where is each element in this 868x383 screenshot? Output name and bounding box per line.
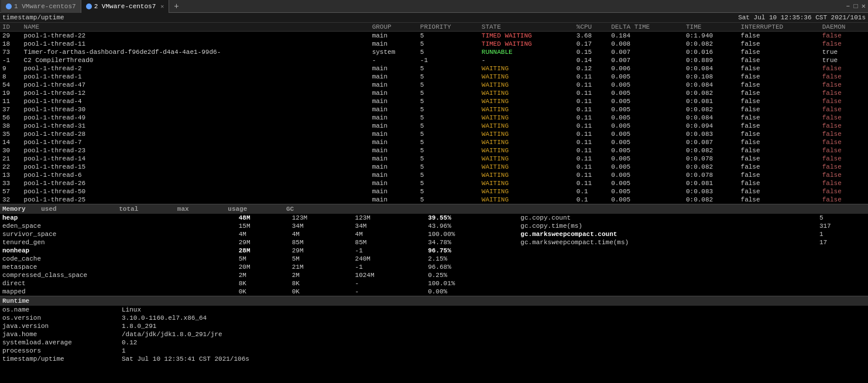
table-row: 54pool-1-thread-47main5WAITING0.110.0050… [0,81,868,89]
table-row: 32pool-1-thread-25main5WAITING0.10.0050:… [0,196,868,204]
table-row: 9pool-1-thread-2main5WAITING0.120.0060:0… [0,64,868,73]
table-row: 19pool-1-thread-12main5WAITING0.110.0050… [0,89,868,97]
runtime-table: os.name Linux os.version 3.10.0-1160.el7… [0,306,868,363]
close-button[interactable]: ✕ [862,2,866,11]
col-delta: DELTA TIME [609,23,684,32]
list-item: tenured_gen 29M 85M 85M 34.78% gc.marksw… [0,238,868,247]
col-group: GROUP [370,23,418,32]
table-row: 11pool-1-thread-4main5WAITING0.110.0050:… [0,97,868,105]
list-item: mapped 0K 0K - 0.00% [0,288,868,296]
table-row: 8pool-1-thread-1main5WAITING0.110.0050:0… [0,73,868,81]
list-item: java.home /data/jdk/jdk1.8.0_291/jre [0,330,868,338]
table-row: 13pool-1-thread-6main5WAITING0.110.0050:… [0,171,868,179]
memory-section-header: Memory used total max usage GC [0,204,868,214]
list-item: compressed_class_space 2M 2M 1024M 0.25% [0,271,868,279]
table-row: 73Timer-for-arthas-dashboard-f96de2df-d4… [0,48,868,56]
list-item: eden_space 15M 34M 34M 43.96% gc.copy.ti… [0,222,868,230]
status-right: Sat Jul 10 12:35:36 CST 2021/101s [738,14,866,21]
list-item: nonheap 28M 29M -1 96.75% [0,247,868,255]
list-item: direct 8K 8K - 100.01% [0,279,868,288]
list-item: systemload.average 0.12 [0,338,868,347]
table-row: 37pool-1-thread-30main5WAITING0.110.0050… [0,105,868,114]
col-cpu: %CPU [574,23,609,32]
table-row: 56pool-1-thread-49main5WAITING0.110.0050… [0,114,868,122]
table-row: -1C2 CompilerThread0--1-0.140.0070:0.889… [0,56,868,64]
window-controls: – □ ✕ [846,2,868,11]
list-item: processors 1 [0,347,868,355]
tab-bar: 1 VMware-centos7 2 VMware-centos7 ✕ + – … [0,0,868,13]
table-row: 21pool-1-thread-14main5WAITING0.110.0050… [0,155,868,163]
list-item: os.name Linux [0,306,868,314]
table-row: 18pool-1-thread-11main5TIMED WAITING0.17… [0,40,868,48]
table-row: 35pool-1-thread-28main5WAITING0.110.0050… [0,130,868,138]
add-tab-button[interactable]: + [169,2,183,11]
tab-2[interactable]: 2 VMware-centos7 ✕ [81,0,170,13]
table-row: 22pool-1-thread-15main5WAITING0.110.0050… [0,163,868,171]
col-name: NAME [22,23,370,32]
col-priority: PRIORITY [418,23,479,32]
col-time: TIME [684,23,739,32]
col-state: STATE [479,23,574,32]
table-row: 30pool-1-thread-23main5WAITING0.110.0050… [0,146,868,155]
list-item: survivor_space 4M 4M 4M 100.00% gc.marks… [0,230,868,238]
status-bar: timestamp/uptime Sat Jul 10 12:35:36 CST… [0,13,868,23]
tab-1-icon [6,4,12,9]
thread-table: ID NAME GROUP PRIORITY STATE %CPU DELTA … [0,23,868,204]
main-content: timestamp/uptime Sat Jul 10 12:35:36 CST… [0,13,868,383]
tab-1-label: 1 VMware-centos7 [14,3,76,10]
tab-2-label: 2 VMware-centos7 [94,3,156,10]
tab-1[interactable]: 1 VMware-centos7 [1,0,81,13]
status-left: timestamp/uptime [2,14,64,21]
col-id: ID [0,23,22,32]
list-item: heap 48M 123M 123M 39.55% gc.copy.count … [0,214,868,222]
maximize-button[interactable]: □ [854,2,858,11]
col-interrupted: INTERRUPTED [739,23,820,32]
table-row: 29pool-1-thread-22main5TIMED WAITING3.68… [0,32,868,40]
col-daemon: DAEMON [820,23,868,32]
minimize-button[interactable]: – [846,2,850,11]
tab-2-icon [86,4,92,9]
list-item: os.version 3.10.0-1160.el7.x86_64 [0,314,868,322]
list-item: java.version 1.8.0_291 [0,322,868,330]
runtime-section-header: Runtime [0,296,868,306]
tab-close-button[interactable]: ✕ [160,3,164,10]
list-item: timestamp/uptime Sat Jul 10 12:35:41 CST… [0,355,868,363]
table-row: 38pool-1-thread-31main5WAITING0.110.0050… [0,122,868,130]
table-row: 57pool-1-thread-50main5WAITING0.10.0050:… [0,187,868,196]
list-item: code_cache 5M 5M 240M 2.15% [0,255,868,263]
list-item: metaspace 20M 21M -1 96.68% [0,263,868,271]
table-row: 33pool-1-thread-26main5WAITING0.110.0050… [0,179,868,187]
table-row: 14pool-1-thread-7main5WAITING0.110.0050:… [0,138,868,146]
memory-table: heap 48M 123M 123M 39.55% gc.copy.count … [0,214,868,296]
